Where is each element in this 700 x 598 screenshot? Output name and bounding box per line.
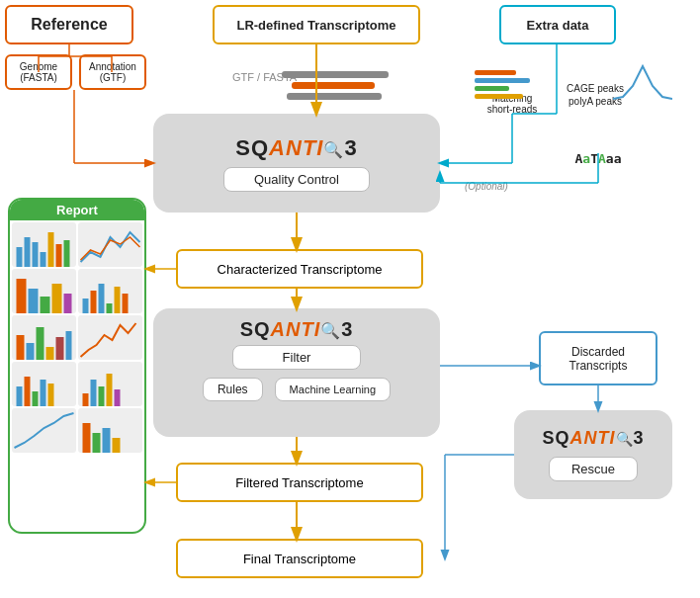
filter-three: 3 [341,318,353,340]
report-row-3 [12,315,142,360]
svg-rect-15 [107,303,113,313]
reference-box: Reference [5,5,133,44]
svg-rect-8 [29,289,39,313]
sqanti-qc-logo: SQANTI🔍3 [235,135,357,161]
svg-rect-26 [33,391,39,406]
sqanti-qc-panel: SQANTI🔍3 Quality Control [153,114,440,213]
reference-label: Reference [31,16,107,34]
svg-rect-29 [83,393,89,406]
rules-label: Rules [218,383,248,396]
svg-rect-3 [41,252,46,267]
rescue-search-icon: 🔍 [616,431,634,447]
svg-rect-36 [103,428,111,453]
report-header: Report [10,200,144,220]
sqanti-sq: SQ [235,135,269,160]
svg-rect-31 [99,386,105,406]
chart-8 [78,362,142,406]
chart-1 [12,222,76,267]
svg-rect-5 [56,244,62,267]
annotation-label: Annotation(GTF) [89,61,136,83]
chart-2 [78,222,142,267]
reads-viz [475,59,544,109]
svg-rect-30 [91,380,97,406]
chart-4 [78,269,142,313]
report-panel: Report [8,198,146,534]
sqanti-filter-panel: SQANTI🔍3 Filter Rules Machine Learning [153,308,440,437]
final-box: Final Transcriptome [176,539,423,578]
svg-rect-21 [46,347,54,360]
svg-rect-32 [107,374,113,406]
sqanti-search-icon: 🔍 [323,141,344,158]
rescue-box: Rescue [549,457,638,481]
svg-rect-10 [52,284,62,313]
polya-text: AaTAaa [575,151,622,166]
svg-rect-7 [17,279,27,313]
svg-rect-14 [99,284,105,313]
filter-box: Filter [232,345,362,370]
svg-rect-22 [56,337,64,360]
polya-motifs-box: AaTAaa [554,146,643,170]
rescue-sq: SQ [542,428,569,448]
ml-label: Machine Learning [290,384,376,395]
svg-rect-19 [27,343,35,360]
chart-3 [12,269,76,313]
svg-rect-2 [33,242,39,267]
svg-rect-23 [66,331,72,360]
svg-rect-4 [48,232,54,267]
lr-transcriptome-box: LR-defined Transcriptome [213,5,420,44]
chart-7 [12,362,76,406]
svg-rect-25 [25,377,31,406]
rescue-label: Rescue [571,462,615,476]
svg-rect-12 [83,299,89,313]
filter-label: Filter [283,350,311,365]
report-row-5 [12,408,142,453]
sqanti-rescue-panel: SQANTI🔍3 Rescue [514,410,672,499]
extra-data-label: Extra data [527,18,589,33]
optional-label: (Optional) [465,181,508,192]
filter-search-icon: 🔍 [320,322,341,339]
filter-anti: ANTI [271,318,321,340]
svg-rect-16 [115,287,121,313]
ml-box: Machine Learning [275,378,391,401]
chart-10 [78,408,142,453]
svg-rect-33 [115,389,121,406]
svg-rect-28 [48,384,54,406]
svg-rect-34 [83,423,91,453]
characterized-box: Characterized Transcriptome [176,249,423,289]
sequence-viz [282,61,400,109]
cage-viz [613,61,672,101]
svg-rect-20 [37,327,44,360]
report-label: Report [56,203,98,217]
report-row-2 [12,269,142,313]
svg-rect-17 [123,294,129,313]
quality-control-box: Quality Control [223,167,370,192]
rescue-three: 3 [634,428,645,448]
svg-rect-27 [41,380,46,406]
svg-rect-1 [25,237,31,267]
svg-rect-24 [17,386,23,406]
annotation-box: Annotation(GTF) [79,54,146,90]
genome-label: Genome(FASTA) [20,61,57,83]
filter-sq: SQ [240,318,271,340]
genome-box: Genome(FASTA) [5,54,72,90]
sqanti-three: 3 [344,135,357,160]
discarded-label: Discarded Transcripts [541,345,656,373]
lr-transcriptome-label: LR-defined Transcriptome [236,18,395,33]
chart-9 [12,408,76,453]
filtered-box: Filtered Transcriptome [176,463,423,502]
sqanti-filter-logo: SQANTI🔍3 [240,318,354,341]
chart-5 [12,315,76,360]
sqanti-anti: ANTI [269,135,323,160]
discarded-box: Discarded Transcripts [539,331,657,385]
sqanti-rescue-logo: SQANTI🔍3 [542,428,644,449]
svg-rect-18 [17,335,25,360]
svg-rect-13 [91,291,97,313]
quality-control-label: Quality Control [254,172,339,187]
report-row-4 [12,362,142,406]
rescue-anti: ANTI [570,428,616,448]
report-content [10,220,144,455]
svg-rect-9 [41,297,50,313]
svg-rect-6 [64,240,70,267]
report-row-1 [12,222,142,267]
optional-text: (Optional) [465,181,508,192]
